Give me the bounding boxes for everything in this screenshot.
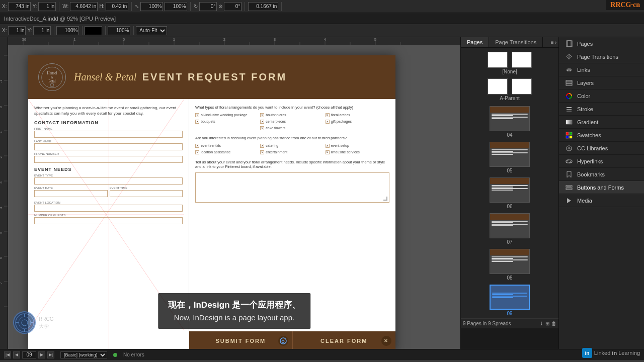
util-gradient[interactable]: Gradient bbox=[559, 116, 644, 129]
util-stroke[interactable]: Stroke bbox=[559, 103, 644, 116]
clear-form-button[interactable]: CLEAR FORM ✕ bbox=[293, 331, 396, 349]
panel-options-btn[interactable]: ≡ bbox=[551, 40, 554, 45]
x-input[interactable] bbox=[8, 2, 31, 11]
cb-bouquets-box[interactable]: ✕ bbox=[195, 120, 199, 124]
page-07[interactable]: 07 bbox=[463, 213, 556, 245]
event-notes-field[interactable] bbox=[195, 172, 389, 203]
pages-action-2[interactable]: ⊞ bbox=[545, 321, 549, 326]
guests-field[interactable] bbox=[34, 217, 183, 224]
util-hyperlinks[interactable]: Hyperlinks bbox=[559, 155, 644, 168]
next-page-btn[interactable]: ▶ bbox=[38, 351, 45, 358]
rotate-icon: ↻ bbox=[194, 4, 198, 9]
none-section: [None] bbox=[463, 50, 556, 74]
prev-page-btn[interactable]: ◀ bbox=[13, 351, 20, 358]
util-layers[interactable]: Layers bbox=[559, 76, 644, 89]
util-stroke-label: Stroke bbox=[577, 106, 593, 112]
w-input[interactable] bbox=[70, 2, 98, 11]
y2-input[interactable] bbox=[33, 26, 51, 35]
scale-y-input[interactable] bbox=[165, 2, 187, 11]
scale-x-input[interactable] bbox=[140, 2, 163, 11]
cb-setup-box[interactable]: ✕ bbox=[326, 144, 330, 148]
resize-handle[interactable] bbox=[383, 197, 387, 201]
cb-cake: ✕cake flowers bbox=[260, 126, 324, 130]
cb-cake-box[interactable]: ✕ bbox=[260, 126, 264, 130]
page-04[interactable]: 04 bbox=[463, 106, 556, 138]
lname-field[interactable] bbox=[34, 143, 183, 150]
cb-rentals: ✕event rentals bbox=[195, 144, 259, 148]
title-bar: InteractiveDoc_A.indd @ 92% [GPU Preview… bbox=[0, 13, 644, 24]
cb-location-box[interactable]: ✕ bbox=[195, 150, 199, 154]
page-08-thumb[interactable] bbox=[490, 249, 530, 274]
view-mode-dropdown[interactable]: [Basic] (working) bbox=[60, 351, 107, 358]
cb-boutonnieres: ✕boutonnieres bbox=[260, 113, 324, 117]
time-field[interactable] bbox=[110, 190, 183, 197]
tab-page-transitions[interactable]: Page Transitions bbox=[489, 37, 543, 47]
cb-location: ✕location assistance bbox=[195, 150, 259, 154]
svg-text:1: 1 bbox=[0, 131, 3, 133]
cb-gifts-box[interactable]: ✕ bbox=[326, 120, 330, 124]
cb-wedding-box[interactable]: ✕ bbox=[195, 113, 199, 117]
zoom2-input[interactable] bbox=[108, 26, 130, 35]
cb-catering-box[interactable]: ✕ bbox=[260, 144, 264, 148]
util-swatches[interactable]: Swatches bbox=[559, 129, 644, 142]
h-input[interactable] bbox=[106, 2, 128, 11]
page-05-thumb[interactable] bbox=[490, 142, 530, 167]
pages-action-3[interactable]: 🗑 bbox=[551, 321, 556, 326]
shear-input[interactable] bbox=[224, 2, 242, 11]
pages-panel: Pages Page Transitions ≡ › bbox=[461, 37, 559, 349]
cb-centerpieces-box[interactable]: ✕ bbox=[260, 120, 264, 124]
util-cc-libraries[interactable]: CC Libraries bbox=[559, 142, 644, 155]
fname-field[interactable] bbox=[34, 131, 183, 138]
page-07-thumb[interactable] bbox=[490, 213, 530, 238]
last-page-btn[interactable]: ▶| bbox=[47, 351, 54, 358]
event-type-field[interactable] bbox=[34, 177, 183, 185]
cb-arches-box[interactable]: ✕ bbox=[326, 113, 330, 117]
page-06[interactable]: 06 bbox=[463, 177, 556, 209]
location-field[interactable] bbox=[34, 205, 183, 212]
page-09-thumb[interactable] bbox=[490, 285, 530, 310]
util-buttons-forms[interactable]: Buttons and Forms bbox=[559, 181, 644, 194]
first-page-btn[interactable]: |◀ bbox=[4, 351, 11, 358]
util-bookmarks[interactable]: Bookmarks bbox=[559, 168, 644, 181]
main-area: 36 -1 0 1 2 3 4 5 bbox=[0, 37, 644, 349]
svg-text:3: 3 bbox=[274, 38, 276, 41]
svg-text:3: 3 bbox=[0, 182, 3, 184]
util-color[interactable]: Color bbox=[559, 89, 644, 103]
zoom-input[interactable] bbox=[56, 26, 79, 35]
page-thumbnails: 04 bbox=[463, 106, 556, 316]
panel-collapse-btn[interactable]: › bbox=[555, 40, 556, 45]
cb-entertainment-box[interactable]: ✕ bbox=[260, 150, 264, 154]
page-number-input[interactable] bbox=[22, 351, 36, 358]
page-08[interactable]: 08 bbox=[463, 249, 556, 281]
w-label: W: bbox=[62, 4, 68, 9]
svg-text:-1: -1 bbox=[72, 38, 75, 41]
y-input[interactable] bbox=[38, 2, 56, 11]
util-media[interactable]: Media bbox=[559, 194, 644, 207]
svg-text:0: 0 bbox=[123, 38, 125, 41]
fit-dropdown[interactable]: Auto-Fit bbox=[136, 26, 167, 35]
x2-input[interactable] bbox=[8, 26, 26, 35]
page-04-thumb[interactable] bbox=[490, 106, 530, 131]
svg-rect-76 bbox=[570, 132, 572, 135]
util-cc-libraries-label: CC Libraries bbox=[577, 145, 608, 151]
page-09[interactable]: 09 bbox=[463, 285, 556, 316]
svg-text:2: 2 bbox=[223, 38, 225, 41]
fill-color[interactable] bbox=[85, 26, 102, 35]
doc-title-main: EVENT REQUEST FORM bbox=[142, 71, 287, 82]
page-06-thumb[interactable] bbox=[490, 177, 530, 203]
submit-form-button[interactable]: SUBMIT FORM ⊙ bbox=[189, 331, 293, 349]
corner-input[interactable] bbox=[248, 2, 278, 11]
util-page-transitions[interactable]: Page Transitions bbox=[559, 50, 644, 63]
tab-pages[interactable]: Pages bbox=[461, 37, 489, 47]
phone-field[interactable] bbox=[34, 156, 183, 163]
pages-action-1[interactable]: ⤓ bbox=[539, 321, 543, 326]
date-field[interactable] bbox=[34, 190, 108, 197]
cb-limo-box[interactable]: ✕ bbox=[326, 150, 330, 154]
cb-rentals-box[interactable]: ✕ bbox=[195, 144, 199, 148]
rotate-input[interactable] bbox=[199, 2, 217, 11]
location-label: EVENT LOCATION bbox=[34, 201, 183, 204]
util-links[interactable]: Links bbox=[559, 63, 644, 76]
cb-boutonnieres-box[interactable]: ✕ bbox=[260, 113, 264, 117]
util-pages[interactable]: Pages bbox=[559, 37, 644, 50]
page-05[interactable]: 05 bbox=[463, 142, 556, 173]
